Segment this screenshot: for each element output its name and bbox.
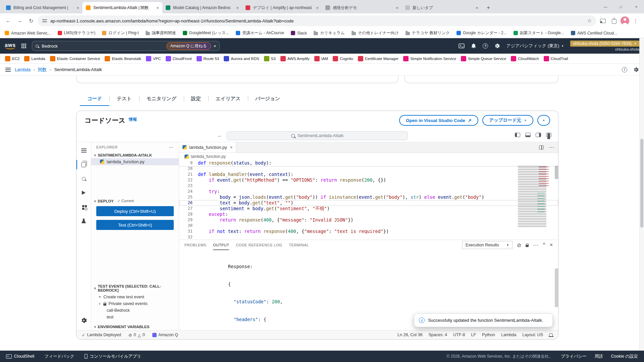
footer-mobile-app[interactable]: コンソールモバイルアプリ [85,354,141,359]
status-item[interactable]: UTF-8 [453,333,465,337]
info-link[interactable]: 情報 [129,117,137,122]
bookmark-item[interactable]: テラコヤ 教材リンク [406,30,450,36]
tab-close-icon[interactable]: × [394,5,400,10]
deploy-button[interactable]: Deploy (Ctrl+Shift+U) [96,206,174,216]
extensions-icon[interactable] [609,16,619,26]
environment-variables-header[interactable]: ∨ ENVIRONMENT VARIABLES [91,323,179,330]
status-item[interactable]: Ln 26, Col 36 [397,333,422,337]
url-text[interactable]: ap-northeast-1.console.aws.amazon.com/la… [50,18,584,23]
split-editor-icon[interactable] [539,145,544,149]
favorite-service-link[interactable]: AWS Amplify [278,56,312,61]
run-debug-view-icon[interactable] [76,186,91,200]
deploy-section-header[interactable]: ∨ DEPLOY ✓ Current [91,197,179,204]
function-tab[interactable]: 設定 [184,91,208,106]
status-item[interactable]: Spaces: 4 [428,333,447,337]
status-item[interactable]: Python [482,333,495,337]
favorite-service-link[interactable]: Simple Queue Service [459,56,508,61]
favorite-service-link[interactable]: Lambda [22,56,48,61]
test-event-item[interactable]: test [91,314,179,320]
toggle-left-panel-icon[interactable] [515,133,520,137]
status-item[interactable]: Lambda [501,333,516,337]
minimap[interactable] [518,161,553,228]
favorite-service-link[interactable]: CloudWatch [508,56,541,61]
browser-tab[interactable]: SentimentLambda-AItalk | 関数 × [83,2,162,13]
explorer-view-icon[interactable] [76,158,91,172]
output-scrollbar[interactable] [555,268,558,307]
new-tab-button[interactable]: + [484,3,493,12]
history-back-icon[interactable]: ← [217,132,222,138]
window-close-button[interactable]: × [629,0,644,13]
toggle-right-panel-icon[interactable] [536,133,541,137]
amazon-q-status-item[interactable]: Amazon Q [152,333,178,337]
test-events-section-header[interactable]: ∨ TEST EVENTS [SELECTED: CALL-BEDROCK] [91,283,179,294]
settings-gear-icon[interactable] [494,43,500,49]
explorer-project-row[interactable]: ∨ SENTIMENTLAMBDA-AITALK [91,152,179,158]
notifications-bell-icon[interactable] [549,333,553,336]
bookmark-item[interactable]: 受講ホーム - AirCourse [236,30,284,36]
back-icon[interactable]: ← [3,16,13,26]
favorite-service-link[interactable]: CloudTrail [541,56,571,61]
window-minimize-button[interactable]: — [598,0,613,13]
aws-logo[interactable]: aws [5,42,16,50]
panel-tab[interactable]: OUTPUT [213,240,229,250]
favorite-service-link[interactable]: EC2 [3,56,22,61]
private-saved-events-row[interactable]: ∨ Private saved events [91,300,179,307]
footer-cloudshell[interactable]: >_ CloudShell [6,354,34,359]
favorite-service-link[interactable]: VPC [144,56,163,61]
amazon-q-badge[interactable]: Amazon Q に尋ねる [166,42,211,50]
tab-close-icon[interactable]: × [235,5,240,10]
window-maximize-button[interactable]: □ [613,0,629,13]
favorite-service-link[interactable]: Route 53 [194,56,222,61]
editor-file-tab[interactable]: lambda_function.py × [179,142,236,153]
browser-tab[interactable]: Model Catalog | Amazon Bedroc × [162,2,242,13]
region-selector[interactable]: アジアパシフィック (東京) ▼ [506,43,564,49]
account-menu-button[interactable]: ohtsuka-shota (5350-0284-7634) ▼ [570,41,639,47]
tab-close-icon[interactable]: × [474,5,480,10]
status-item[interactable]: Layout: US [522,333,543,337]
function-tab[interactable]: バージョン [248,91,287,106]
test-button[interactable]: Test (Ctrl+Shift+I) [96,220,174,230]
info-icon[interactable]: i [622,67,627,72]
site-settings-icon[interactable] [42,19,47,23]
success-toast[interactable]: i Successfully updated the function Sent… [414,313,553,327]
upload-from-button[interactable]: アップロード元 ▼ [482,115,533,126]
bookmark-item[interactable]: Amazon Web Servic... [5,31,51,36]
page-scrollbar-thumb[interactable] [640,139,643,228]
browser-tab[interactable]: Billing and Cost Management | × [3,2,83,13]
extensions-view-icon[interactable] [76,200,91,214]
test-view-icon[interactable] [76,214,91,228]
services-grid-icon[interactable] [21,43,26,49]
profile-avatar[interactable] [621,16,629,25]
code-editor[interactable]: 9 def response(status, body): 20 21 def … [179,160,558,240]
console-search-input[interactable]: Bedrock Amazon Q に尋ねる × [32,41,220,51]
bookmark-item[interactable]: 副業スタート - Google... [514,30,564,36]
menu-icon[interactable] [76,143,91,158]
tab-close-icon[interactable]: × [315,5,320,10]
search-view-icon[interactable] [76,172,91,186]
page-scrollbar[interactable] [639,38,644,351]
breadcrumb-item[interactable]: Lambda › [15,67,35,72]
maximize-panel-icon[interactable]: ^ [543,242,545,248]
help-icon[interactable]: ? [483,43,488,49]
toggle-bottom-panel-icon[interactable] [525,133,531,137]
bookmark-item[interactable]: LMS(侍テラコヤ) [58,30,96,36]
breadcrumb-item[interactable]: SentimentLambda-AItalk › [54,67,102,72]
editor-settings-gear-icon[interactable] [76,313,91,327]
favorite-service-link[interactable]: CloudFront [163,56,194,61]
function-tab[interactable]: エイリアス [208,91,248,106]
favorite-service-link[interactable]: Elastic Beanstalk [102,56,144,61]
browser-tab[interactable]: 新しいタブ × [402,2,482,13]
favorite-service-link[interactable]: Simple Notification Service [401,56,459,61]
layout-grid-icon[interactable] [546,133,551,137]
footer-link[interactable]: 用語 [595,354,603,359]
explorer-file-row[interactable]: lambda_function.py [91,158,179,165]
favorite-service-link[interactable]: S3 [262,56,278,61]
browser-tab[interactable]: デプロイ | Amplify | ap-northeast × [242,2,322,13]
console-menu-icon[interactable] [5,68,11,72]
clear-output-icon[interactable]: ⊘ [517,242,521,248]
favorite-service-link[interactable]: Elastic Container Service [48,56,102,61]
close-panel-icon[interactable]: × [550,242,553,248]
favorite-service-link[interactable]: Aurora and RDS [221,56,261,61]
reload-icon[interactable]: ↻ [26,16,36,26]
create-test-event-row[interactable]: + Create new test event [91,294,179,300]
